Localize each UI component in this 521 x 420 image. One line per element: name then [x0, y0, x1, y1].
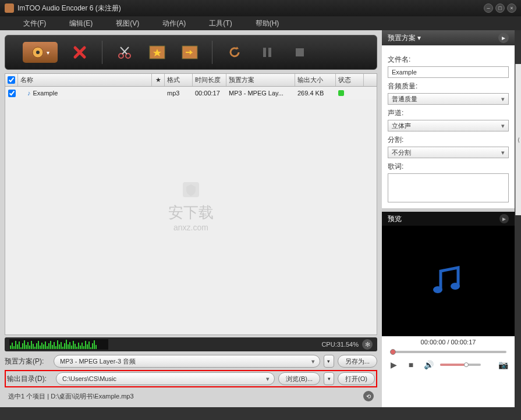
- pause-button[interactable]: [257, 42, 278, 63]
- open-button[interactable]: 打开(O): [338, 372, 375, 385]
- menu-view[interactable]: 视图(V): [116, 19, 139, 29]
- preset-combo[interactable]: MP3 - MPEG Layer-3 音频: [54, 355, 320, 368]
- menu-edit[interactable]: 编辑(E): [69, 19, 93, 29]
- svg-rect-8: [296, 48, 304, 56]
- volume-icon[interactable]: 🔊: [423, 359, 434, 371]
- row-format: mp3: [165, 87, 193, 99]
- svg-rect-9: [183, 182, 199, 197]
- film-star-icon: [148, 45, 166, 60]
- status-ready-icon: [338, 90, 344, 96]
- shield-icon: [179, 176, 203, 200]
- col-duration[interactable]: 时间长度: [193, 74, 226, 86]
- preset-row: 预置方案(P): MP3 - MPEG Layer-3 音频 ▾ 另存为...: [5, 355, 377, 368]
- player-controls: ▶ ■ 🔊 📷: [382, 356, 515, 373]
- row-profile: MP3 - MPEG Lay...: [226, 87, 295, 99]
- col-status[interactable]: 状态: [336, 74, 364, 86]
- col-star[interactable]: ★: [152, 74, 165, 86]
- play-button[interactable]: ▶: [388, 359, 399, 371]
- browse-dropdown-button[interactable]: ▾: [324, 372, 334, 385]
- minimize-button[interactable]: –: [484, 3, 493, 13]
- filename-label: 文件名:: [388, 55, 509, 65]
- effects-button[interactable]: [147, 42, 168, 63]
- side-form: 文件名: Example 音频质量: 普通质量 声道: 立体声 分割: 不分割 …: [382, 45, 515, 208]
- menu-file[interactable]: 文件(F): [23, 19, 46, 29]
- undo-button[interactable]: [224, 42, 245, 63]
- side-preset-header: 预置方案 ▾ ▸: [382, 30, 515, 45]
- file-list: 名称 ★ 格式 时间长度 预置方案 输出大小 状态 ♪Example mp3 0…: [5, 73, 377, 335]
- list-header: 名称 ★ 格式 时间长度 预置方案 输出大小 状态: [5, 74, 377, 87]
- row-name: Example: [33, 90, 58, 97]
- preset-label: 预置方案(P):: [5, 357, 50, 366]
- disc-icon: [31, 46, 44, 59]
- scissors-icon: [117, 45, 132, 60]
- filename-field[interactable]: Example: [388, 66, 509, 78]
- col-size[interactable]: 输出大小: [295, 74, 336, 86]
- save-as-button[interactable]: 另存为...: [338, 355, 377, 368]
- output-path-combo[interactable]: C:\Users\CS\Music: [56, 372, 275, 385]
- seek-thumb[interactable]: [390, 349, 396, 355]
- preview-expand-icon[interactable]: ▸: [499, 214, 509, 223]
- menubar: 文件(F) 编辑(E) 视图(V) 动作(A) 工具(T) 帮助(H): [0, 16, 521, 30]
- col-name[interactable]: 名称: [18, 74, 152, 86]
- window-title: ImTOO Audio Encoder 6 (未注册): [17, 3, 121, 13]
- preset-dropdown-button[interactable]: ▾: [324, 355, 334, 368]
- titlebar: ImTOO Audio Encoder 6 (未注册) – □ ×: [0, 0, 521, 16]
- preview-header: 预览 ▸: [382, 212, 515, 226]
- cpu-settings-icon[interactable]: ✻: [362, 339, 373, 350]
- music-preview-icon: [428, 261, 469, 301]
- menu-tools[interactable]: 工具(T): [209, 19, 232, 29]
- svg-rect-7: [268, 48, 271, 57]
- maximize-button[interactable]: □: [495, 3, 505, 13]
- preview-area: [382, 226, 515, 336]
- snapshot-button[interactable]: 📷: [497, 359, 509, 371]
- cut-button[interactable]: [114, 42, 135, 63]
- convert-button[interactable]: ▾: [23, 42, 58, 63]
- output-row: 输出目录(D): C:\Users\CS\Music 浏览(B)... ▾ 打开…: [7, 372, 375, 385]
- stop-button[interactable]: [289, 42, 310, 63]
- lyrics-label: 歌词:: [388, 162, 509, 172]
- svg-point-1: [36, 51, 40, 54]
- svg-point-11: [451, 283, 460, 290]
- status-bar: 选中1 个项目 | D:\桌面\说明书\Example.mp3 ⟲: [5, 390, 377, 403]
- row-size: 269.4 KB: [295, 87, 336, 99]
- menu-action[interactable]: 动作(A): [162, 19, 186, 29]
- player-stop-button[interactable]: ■: [405, 359, 417, 371]
- info-icon[interactable]: ⟲: [363, 391, 374, 401]
- quality-select[interactable]: 普通质量: [388, 93, 509, 105]
- row-duration: 00:00:17: [193, 87, 226, 99]
- channel-label: 声道:: [388, 108, 509, 118]
- select-all-checkbox[interactable]: [8, 76, 15, 84]
- volume-slider[interactable]: [440, 364, 481, 366]
- collapsed-panel[interactable]: ⟨: [515, 64, 521, 215]
- menu-help[interactable]: 帮助(H): [256, 19, 279, 29]
- quality-label: 音频质量:: [388, 81, 509, 91]
- row-checkbox[interactable]: [8, 90, 16, 97]
- delete-button[interactable]: [69, 42, 90, 63]
- cpu-graph: [9, 339, 108, 350]
- channel-select[interactable]: 立体声: [388, 120, 509, 131]
- seek-slider[interactable]: [382, 348, 515, 356]
- toolbar: ▾: [5, 35, 377, 70]
- svg-rect-6: [263, 48, 266, 57]
- music-note-icon: ♪: [27, 90, 31, 97]
- close-button[interactable]: ×: [507, 3, 516, 13]
- volume-thumb[interactable]: [464, 362, 469, 367]
- table-row[interactable]: ♪Example mp3 00:00:17 MP3 - MPEG Lay... …: [5, 87, 377, 99]
- x-icon: [72, 44, 88, 60]
- cpu-text: CPU:31.54%: [321, 341, 359, 348]
- side-expand-icon[interactable]: ▸: [498, 33, 509, 43]
- film-arrow-icon: [181, 45, 199, 60]
- browse-button[interactable]: 浏览(B)...: [278, 372, 320, 385]
- undo-icon: [227, 45, 242, 60]
- col-profile[interactable]: 预置方案: [226, 74, 295, 86]
- app-logo-icon: [5, 3, 14, 13]
- lyrics-textarea[interactable]: [388, 173, 509, 202]
- preview-time: 00:00:00 / 00:00:17: [382, 336, 515, 348]
- clip-button[interactable]: [179, 42, 200, 63]
- cpu-bar: CPU:31.54% ✻: [5, 337, 377, 351]
- watermark: 安下载 anxz.com: [168, 176, 214, 232]
- svg-point-10: [433, 286, 442, 293]
- col-format[interactable]: 格式: [165, 74, 193, 86]
- split-select[interactable]: 不分割: [388, 147, 509, 158]
- pause-icon: [261, 47, 273, 58]
